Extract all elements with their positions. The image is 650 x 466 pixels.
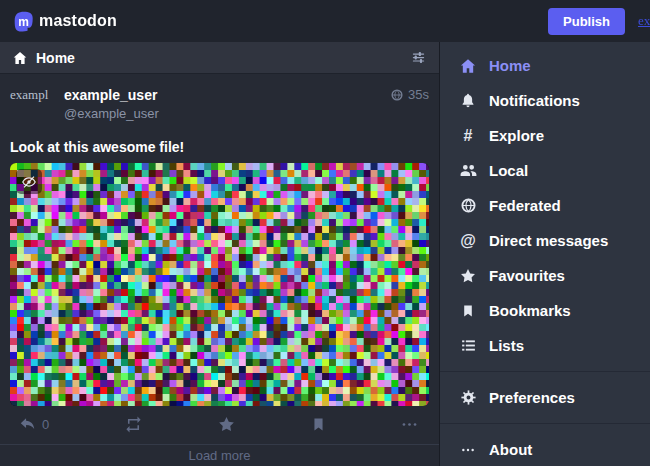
star-icon [458,267,478,285]
sidebar-item-notifications[interactable]: Notifications [440,83,650,118]
sidebar-item-label: Local [489,162,528,179]
mastodon-logo[interactable]: m mastodon [12,10,117,33]
at-icon: @ [458,233,478,249]
svg-text:m: m [18,14,29,28]
sidebar-item-label: About [489,441,532,458]
publish-button[interactable]: Publish [548,8,625,35]
reply-count: 0 [42,417,49,432]
status-action-bar: 0 [10,415,429,438]
account-handle: @example_user [64,106,390,121]
mastodon-elephant-icon: m [12,10,35,33]
reply-button[interactable]: 0 [18,415,49,434]
sidebar-item-label: Lists [489,337,524,354]
sidebar-item-explore[interactable]: # Explore [440,118,650,153]
users-icon [458,161,478,180]
sidebar-item-label: Notifications [489,92,580,109]
home-icon [12,50,28,66]
favourite-button[interactable] [217,415,236,434]
sidebar-item-preferences[interactable]: Preferences [440,380,650,415]
sidebar-item-label: Direct messages [489,232,608,249]
sidebar-item-label: Preferences [489,389,575,406]
ellipsis-icon [458,442,478,458]
top-nav-bar: m mastodon Publish examp [0,0,650,42]
media-attachment-image [10,163,429,406]
hashtag-icon: # [458,128,478,144]
hide-media-button[interactable] [16,169,42,194]
reply-icon [18,415,37,434]
navigation-sidebar: Home Notifications # Explore Local [440,42,650,466]
bookmark-icon [458,303,478,319]
user-profile-link[interactable]: examp [638,13,650,29]
home-icon [458,57,478,75]
star-icon [217,415,236,434]
sidebar-item-bookmarks[interactable]: Bookmarks [440,293,650,328]
ellipsis-icon [400,415,419,434]
status-author: example_user @example_user [64,87,390,121]
sidebar-item-federated[interactable]: Federated [440,188,650,223]
brand-wordmark: mastodon [39,12,117,30]
sidebar-item-local[interactable]: Local [440,153,650,188]
bookmark-button[interactable] [311,416,326,433]
globe-icon [458,197,478,214]
boost-icon [124,415,143,434]
column-header-home[interactable]: Home [0,42,439,74]
status-timestamp[interactable]: 35s [390,87,429,102]
sidebar-divider [440,423,650,424]
bookmark-icon [311,416,326,433]
timestamp-text: 35s [408,87,429,102]
more-button[interactable] [400,415,419,434]
status-content: Look at this awesome file! [10,139,429,155]
sidebar-item-direct-messages[interactable]: @ Direct messages [440,223,650,258]
sidebar-item-lists[interactable]: Lists [440,328,650,363]
eye-slash-icon [21,174,37,190]
sidebar-item-label: Home [489,57,531,74]
sidebar-item-label: Explore [489,127,544,144]
sidebar-item-label: Federated [489,197,561,214]
globe-icon [390,88,404,102]
home-timeline-column: Home exampl example_user @example_user [0,42,440,466]
bell-icon [458,92,478,110]
sidebar-item-favourites[interactable]: Favourites [440,258,650,293]
media-attachment[interactable] [10,163,429,406]
sidebar-item-about[interactable]: About [440,432,650,466]
column-title: Home [36,50,402,66]
display-name: example_user [64,87,390,103]
boost-button[interactable] [124,415,143,434]
sidebar-item-label: Bookmarks [489,302,571,319]
sliders-icon[interactable] [410,49,427,66]
gear-icon [458,389,478,406]
list-icon [458,337,478,354]
sidebar-divider [440,371,650,372]
sidebar-item-label: Favourites [489,267,565,284]
status-post: exampl example_user @example_user 35s Lo… [0,74,439,444]
load-more-button[interactable]: Load more [0,444,439,466]
status-header: exampl example_user @example_user 35s [10,87,429,132]
sidebar-item-home[interactable]: Home [440,48,650,83]
avatar[interactable]: exampl [10,87,55,132]
